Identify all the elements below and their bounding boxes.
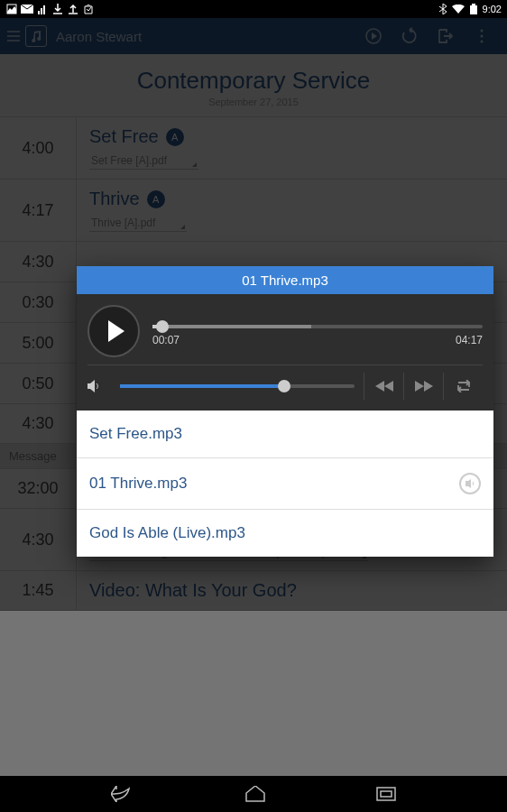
playlist-item[interactable]: God Is Able (Live).mp3 <box>77 510 493 557</box>
svg-rect-12 <box>381 791 392 797</box>
battery-icon <box>467 3 480 15</box>
rewind-button[interactable] <box>364 373 403 400</box>
playlist-item-name: Set Free.mp3 <box>89 425 182 443</box>
nav-bar <box>0 776 507 812</box>
playlist-item-name: God Is Able (Live).mp3 <box>89 524 245 542</box>
player-dialog: 01 Thrive.mp3 00:07 04:17 <box>77 266 493 557</box>
now-playing-title: 01 Thrive.mp3 <box>77 266 493 294</box>
playlist-item-name: 01 Thrive.mp3 <box>89 475 187 493</box>
total-time: 04:17 <box>456 334 483 346</box>
repeat-button[interactable] <box>443 373 483 400</box>
status-bar: 9:02 <box>0 0 507 18</box>
bluetooth-icon <box>437 3 449 15</box>
elapsed-time: 00:07 <box>152 334 180 346</box>
wifi-icon <box>452 3 465 15</box>
home-button[interactable] <box>245 786 265 802</box>
svg-rect-5 <box>470 5 477 14</box>
svg-rect-4 <box>43 5 45 14</box>
back-button[interactable] <box>111 786 134 802</box>
volume-slider[interactable] <box>120 384 355 388</box>
play-icon <box>108 320 124 342</box>
playing-indicator-icon <box>459 473 481 494</box>
mail-icon <box>21 3 33 15</box>
volume-icon[interactable] <box>88 380 111 392</box>
seek-slider[interactable] <box>152 325 483 328</box>
svg-rect-2 <box>38 11 40 14</box>
playlist-item[interactable]: 01 Thrive.mp3 <box>77 458 493 510</box>
status-time: 9:02 <box>483 4 502 14</box>
recent-button[interactable] <box>376 787 396 801</box>
gallery-icon <box>5 3 18 15</box>
svg-rect-6 <box>472 4 475 5</box>
playlist-item[interactable]: Set Free.mp3 <box>77 411 493 458</box>
forward-button[interactable] <box>403 373 443 400</box>
store-icon <box>82 3 95 15</box>
svg-rect-3 <box>41 8 42 14</box>
download-icon <box>51 3 64 15</box>
upload-icon <box>67 3 79 15</box>
play-button[interactable] <box>88 305 140 357</box>
bars-icon <box>36 3 49 15</box>
svg-rect-11 <box>377 788 395 800</box>
playlist: Set Free.mp301 Thrive.mp3God Is Able (Li… <box>77 411 493 557</box>
